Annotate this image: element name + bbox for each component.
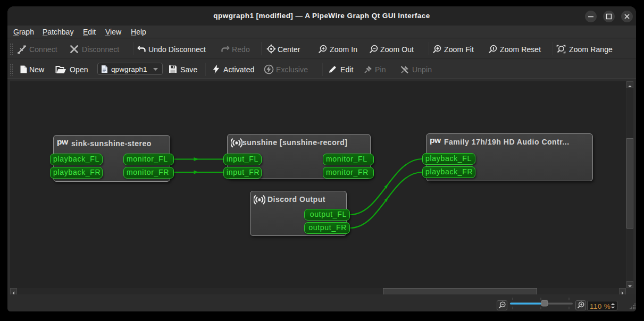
- svg-text:pw: pw: [57, 138, 69, 146]
- svg-text:pw: pw: [430, 136, 441, 145]
